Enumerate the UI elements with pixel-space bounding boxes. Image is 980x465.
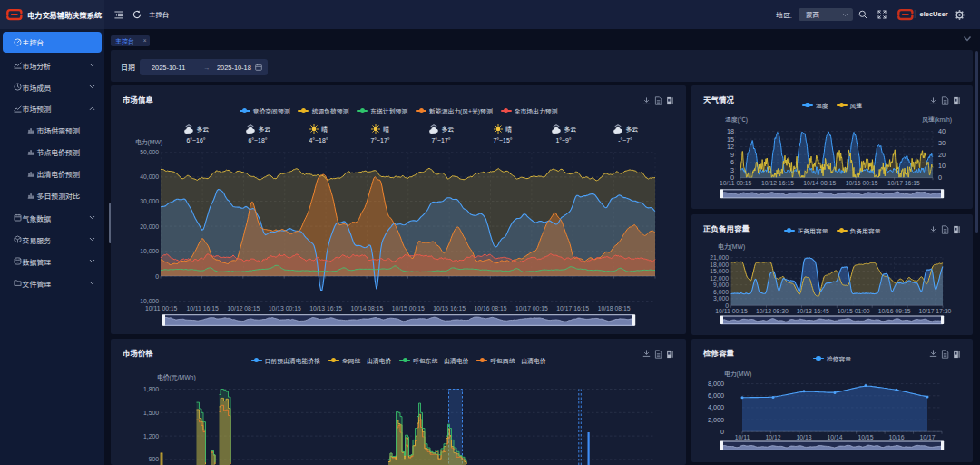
svg-text:-10,000: -10,000 — [138, 298, 159, 304]
svg-text:8,000: 8,000 — [708, 380, 724, 388]
svg-text:6,000: 6,000 — [708, 391, 724, 400]
svg-text:0: 0 — [938, 173, 942, 182]
svg-text:1,200: 1,200 — [143, 432, 159, 439]
svg-text:10/17 16:15: 10/17 16:15 — [887, 180, 920, 186]
svg-text:10/15 16:15: 10/15 16:15 — [433, 305, 466, 312]
svg-text:10/17 00:15: 10/17 00:15 — [515, 305, 548, 312]
svg-text:10/13 16:15: 10/13 16:15 — [309, 305, 342, 312]
svg-text:1,800: 1,800 — [143, 385, 159, 391]
svg-text:10/15 00:15: 10/15 00:15 — [392, 305, 425, 312]
svg-text:10/18 08:15: 10/18 08:15 — [598, 305, 631, 312]
svg-text:20: 20 — [938, 151, 946, 159]
svg-text:电力(MW): 电力(MW) — [135, 139, 162, 146]
svg-text:30: 30 — [938, 139, 946, 147]
svg-text:10/13 16:45: 10/13 16:45 — [797, 308, 829, 314]
svg-text:10/16 09:15: 10/16 09:15 — [878, 308, 911, 314]
svg-text:18,000: 18,000 — [710, 262, 729, 268]
svg-text:10/17: 10/17 — [919, 434, 935, 440]
svg-text:电力(MW): 电力(MW) — [724, 371, 751, 378]
svg-text:2,000: 2,000 — [708, 415, 724, 423]
svg-text:10/13: 10/13 — [796, 434, 811, 440]
svg-text:10/11 00:15: 10/11 00:15 — [720, 180, 752, 186]
svg-text:9,000: 9,000 — [713, 282, 729, 288]
svg-text:21,000: 21,000 — [710, 254, 729, 261]
svg-text:10/16: 10/16 — [888, 434, 904, 440]
svg-text:20,000: 20,000 — [140, 223, 159, 230]
svg-text:10/17 16:15: 10/17 16:15 — [556, 305, 589, 312]
svg-text:50,000: 50,000 — [140, 149, 159, 155]
svg-text:10/12 08:30: 10/12 08:30 — [756, 308, 789, 314]
svg-text:10/16 00:15: 10/16 00:15 — [846, 180, 878, 186]
svg-text:10: 10 — [938, 162, 946, 170]
svg-text:900: 900 — [149, 456, 160, 462]
svg-text:10/14 08:15: 10/14 08:15 — [350, 305, 383, 312]
svg-text:30,000: 30,000 — [140, 198, 159, 204]
svg-text:10/14 08:15: 10/14 08:15 — [803, 180, 836, 186]
svg-text:10/12: 10/12 — [765, 434, 780, 440]
svg-text:15,000: 15,000 — [710, 268, 729, 274]
svg-text:10/16 08:15: 10/16 08:15 — [475, 305, 507, 312]
svg-text:10/12 08:15: 10/12 08:15 — [227, 305, 260, 312]
svg-text:电价(元/MWh): 电价(元/MWh) — [157, 372, 196, 381]
svg-text:10/11 00:15: 10/11 00:15 — [715, 308, 748, 314]
svg-text:40: 40 — [938, 127, 946, 135]
svg-text:3,000: 3,000 — [713, 295, 729, 302]
svg-text:10/14: 10/14 — [827, 434, 842, 440]
svg-text:10/11: 10/11 — [735, 434, 750, 440]
svg-text:4,000: 4,000 — [708, 403, 724, 411]
svg-text:0: 0 — [155, 273, 159, 280]
svg-text:风速(km/h): 风速(km/h) — [922, 116, 952, 124]
svg-text:10/17 17:30: 10/17 17:30 — [918, 308, 951, 314]
svg-text:10/12 16:15: 10/12 16:15 — [761, 180, 794, 186]
svg-text:10/11 00:15: 10/11 00:15 — [145, 305, 178, 312]
svg-text:10/13 00:15: 10/13 00:15 — [269, 305, 301, 312]
svg-text:12,000: 12,000 — [710, 275, 729, 282]
svg-text:40,000: 40,000 — [140, 173, 159, 180]
svg-text:10,000: 10,000 — [140, 248, 159, 254]
svg-text:10/15: 10/15 — [858, 434, 873, 440]
svg-text:10/15 01:00: 10/15 01:00 — [838, 308, 870, 314]
svg-text:10/11 16:15: 10/11 16:15 — [186, 305, 219, 312]
svg-text:1,500: 1,500 — [143, 409, 159, 415]
svg-text:电力(MW): 电力(MW) — [718, 243, 745, 251]
svg-text:0: 0 — [720, 427, 724, 435]
svg-text:6,000: 6,000 — [713, 289, 729, 295]
svg-text:温度(℃): 温度(℃) — [725, 116, 748, 124]
